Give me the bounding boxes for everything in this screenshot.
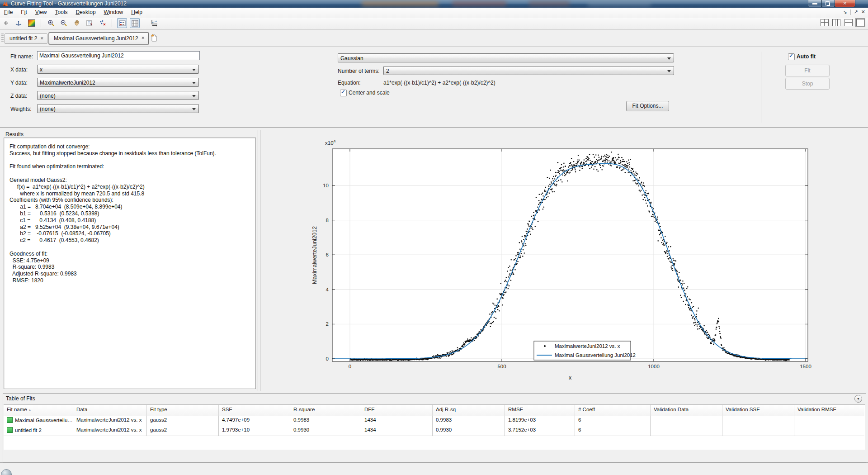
close-panel-icon[interactable]: ✕ xyxy=(861,9,865,14)
legend-marker-dot xyxy=(544,345,546,347)
results-title: Results xyxy=(5,131,24,138)
table-row[interactable]: untitled fit 2MaximalwerteJuni2012 vs. x… xyxy=(4,426,864,436)
cell-data: MaximalwerteJuni2012 vs. x xyxy=(73,426,147,436)
equation-text: a1*exp(-((x-b1)/c1)^2) + a2*exp(-((x-b2)… xyxy=(383,80,495,86)
layout-grid-icon[interactable] xyxy=(821,19,829,26)
column-header-dfe[interactable]: DFE xyxy=(361,405,433,416)
minimize-button[interactable] xyxy=(808,0,822,7)
column-header-sse[interactable]: SSE xyxy=(219,405,290,416)
menu-window[interactable]: Window xyxy=(100,8,127,15)
x-data-label: X data: xyxy=(10,66,28,73)
weights-dropdown[interactable]: (none) xyxy=(37,104,199,113)
column-header-validation-rmse[interactable]: Validation RMSE xyxy=(794,405,861,416)
cell-fit-type: gauss2 xyxy=(147,416,219,426)
auto-fit-label: Auto fit xyxy=(797,53,816,60)
menu-fit[interactable]: Fit xyxy=(17,8,31,15)
rotate-3d-icon[interactable] xyxy=(14,18,24,28)
settings-divider-1 xyxy=(266,52,266,123)
fit-options-button[interactable]: Fit Options... xyxy=(626,101,669,111)
z-data-dropdown[interactable]: (none) xyxy=(37,91,199,100)
back-icon[interactable] xyxy=(1,18,11,28)
cell-r-square: 0.9983 xyxy=(290,416,361,426)
legend[interactable]: MaximalwerteJuni2012 vs. xMaximal Gaussv… xyxy=(534,341,636,360)
colormap-icon[interactable] xyxy=(27,18,37,28)
number-of-terms-dropdown[interactable]: 2 xyxy=(383,66,674,75)
column-header-fit-type[interactable]: Fit type xyxy=(147,405,219,416)
menu-help[interactable]: Help xyxy=(127,8,146,15)
cell-validation-sse xyxy=(722,416,794,426)
column-header-rmse[interactable]: RMSE xyxy=(505,405,575,416)
auto-fit-checkbox[interactable] xyxy=(788,53,795,60)
cell-validation-data xyxy=(651,416,722,426)
column-header--coeff[interactable]: # Coeff xyxy=(575,405,651,416)
cell-dfe: 1434 xyxy=(361,426,433,436)
column-header-data[interactable]: Data xyxy=(73,405,147,416)
fit-plot[interactable]: 0500100015000246810x104xMaximalwerteJuni… xyxy=(261,130,868,391)
layout-columns-icon[interactable] xyxy=(832,19,840,26)
panel-splitter[interactable] xyxy=(258,130,258,391)
svg-text:6: 6 xyxy=(326,252,329,257)
tab-close-icon[interactable]: ✕ xyxy=(39,36,44,41)
brush-data-icon[interactable] xyxy=(98,18,108,28)
column-header-fit-name[interactable]: Fit name ▲ xyxy=(4,405,73,416)
background-window-blur xyxy=(362,1,439,6)
exclude-outliers-icon[interactable] xyxy=(85,18,94,28)
y-data-dropdown[interactable]: MaximalwerteJuni2012 xyxy=(37,78,199,87)
panel-splitter[interactable] xyxy=(260,130,260,391)
fit-name-label: Fit name: xyxy=(10,53,33,60)
grid-toggle-icon[interactable] xyxy=(130,18,140,28)
restore-button[interactable] xyxy=(821,0,835,7)
zoom-in-icon[interactable] xyxy=(46,18,56,28)
fit-color-icon xyxy=(7,427,13,433)
zoom-out-icon[interactable] xyxy=(59,18,69,28)
collapse-table-icon[interactable]: ▼ xyxy=(854,395,862,403)
fit-type-dropdown[interactable]: Gaussian xyxy=(338,53,674,62)
pan-icon[interactable] xyxy=(72,18,82,28)
legend-entry-fit: Maximal Gaussverteilung Juni2012 xyxy=(555,352,636,358)
svg-text:2: 2 xyxy=(326,321,329,327)
column-header-r-square[interactable]: R-square xyxy=(290,405,361,416)
tab-untitled-fit-2[interactable]: untitled fit 2✕ xyxy=(5,33,47,44)
table-of-fits-panel: Table of Fits ▼ Fit name ▲DataFit typeSS… xyxy=(3,393,866,462)
layout-rows-icon[interactable] xyxy=(844,19,853,26)
results-box: Fit computation did not converge: Succes… xyxy=(4,138,256,389)
undock-icon[interactable]: ↗ xyxy=(854,9,858,14)
fit-button[interactable]: Fit xyxy=(785,65,830,76)
center-and-scale-checkbox[interactable] xyxy=(340,90,347,96)
plot-panel: 0500100015000246810x104xMaximalwerteJuni… xyxy=(261,130,868,391)
cell-rmse: 1.8199e+03 xyxy=(505,416,575,426)
stop-button[interactable]: Stop xyxy=(785,78,830,90)
menu-tools[interactable]: Tools xyxy=(51,8,72,15)
x-data-dropdown[interactable]: x xyxy=(37,65,199,74)
axis-limits-icon[interactable] xyxy=(149,18,159,28)
cell-sse: 1.9793e+10 xyxy=(219,426,290,436)
tab-maximal-gaussverteilung-juni2012[interactable]: Maximal Gaussverteilung Juni2012✕ xyxy=(49,33,149,44)
toolbar xyxy=(0,18,868,30)
tabbar-grip[interactable] xyxy=(1,33,4,42)
titlebar[interactable]: Curve Fitting Tool - Gaussverteilungen J… xyxy=(0,0,868,8)
table-row[interactable]: Maximal Gaussverteilung...MaximalwerteJu… xyxy=(4,416,864,426)
menu-desktop[interactable]: Desktop xyxy=(72,8,100,15)
svg-text:0: 0 xyxy=(326,356,329,361)
curve-fitting-tool-window: Curve Fitting Tool - Gaussverteilungen J… xyxy=(0,0,868,475)
new-fit-icon[interactable] xyxy=(150,33,158,44)
cell--coeff: 6 xyxy=(575,416,651,426)
layout-single-icon[interactable] xyxy=(856,19,864,26)
column-header-adj-r-sq[interactable]: Adj R-sq xyxy=(433,405,505,416)
menu-view[interactable]: View xyxy=(31,8,51,15)
cell-dfe: 1434 xyxy=(361,416,433,426)
legend-toggle-icon[interactable] xyxy=(117,18,127,28)
desktop-layout-controls xyxy=(819,19,864,27)
fit-settings-panel: Fit name: X data: x Y data: Maximalwerte… xyxy=(0,47,868,128)
dock-icon[interactable]: ↘ xyxy=(843,9,847,14)
close-button[interactable]: ✕ xyxy=(835,0,855,7)
fit-tabbar: untitled fit 2✕Maximal Gaussverteilung J… xyxy=(0,30,868,45)
tab-close-icon[interactable]: ✕ xyxy=(141,36,146,41)
column-header-validation-data[interactable]: Validation Data xyxy=(651,405,722,416)
equation-label: Equation: xyxy=(338,80,361,86)
svg-text:1500: 1500 xyxy=(800,364,811,369)
fit-name-input[interactable] xyxy=(37,51,200,60)
menu-file[interactable]: File xyxy=(0,8,17,15)
column-header-validation-sse[interactable]: Validation SSE xyxy=(722,405,794,416)
cell-adj-r-sq: 0.9983 xyxy=(433,416,505,426)
